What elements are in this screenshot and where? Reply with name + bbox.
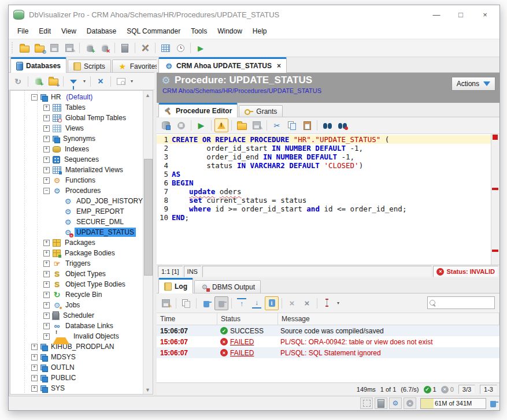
expand-toggle-icon[interactable]: + [43,323,50,329]
code-line-5[interactable]: 5AS [157,170,491,179]
folder-gear-icon[interactable] [32,41,46,55]
expand-toggle-icon[interactable]: + [43,292,50,298]
expand-toggle-icon[interactable]: + [43,146,50,153]
copy-gray-icon[interactable] [179,296,193,310]
top-arrow-icon[interactable] [235,296,249,310]
tree-item-mdsys[interactable]: +MDSYS [10,352,143,362]
tree-item-object-types[interactable]: +Object Types [10,269,143,279]
tree-item-database-links[interactable]: +Database Links [10,321,143,331]
tree-item-sequences[interactable]: +Sequences [10,154,143,165]
code-line-1[interactable]: 1CREATE OR REPLACE PROCEDURE "HR"."UPDAT… [157,135,491,144]
log-row-2[interactable]: 15:06:07×FAILEDPL/SQL: ORA-00942: table … [157,336,499,347]
tab-procedure-editor[interactable]: Procedure Editor [158,103,238,117]
save-as-icon[interactable] [250,118,264,132]
clock-icon[interactable] [173,41,187,55]
folder-open-icon[interactable] [235,118,249,132]
tree-item-outln[interactable]: +OUTLN [10,362,143,373]
expand-toggle-icon[interactable]: + [43,302,50,309]
tree-item-hr[interactable]: −HR(Default) [10,92,143,102]
stop-icon[interactable] [174,118,188,132]
code-line-7[interactable]: 7 update oders [157,187,491,196]
tree-item-materialized-views[interactable]: +Materialized Views [10,165,143,175]
memory-gauge[interactable]: 61M of 341M [420,398,486,409]
tasks-button[interactable] [389,397,402,409]
tree-item-procedures[interactable]: −Procedures [10,185,143,196]
tab-log[interactable]: Log [158,278,193,293]
toolbar-grip[interactable] [11,42,14,54]
expand-toggle-icon[interactable]: + [43,105,50,111]
collapse-all-icon[interactable] [94,75,108,88]
grid-icon[interactable] [158,41,172,55]
expand-toggle-icon[interactable]: + [31,344,38,350]
collapse-icon[interactable] [300,296,314,310]
folder-add-icon[interactable] [46,75,60,88]
expand-toggle-icon[interactable]: + [31,375,38,381]
expand-toggle-icon[interactable]: + [43,167,50,173]
expand-icon[interactable] [285,296,299,310]
menu-help[interactable]: Help [247,25,272,38]
error-line-marker[interactable] [492,188,498,190]
run-arrow-icon[interactable] [194,41,208,55]
tree-item-scheduler[interactable]: +Scheduler [10,310,143,321]
scroll-up-icon[interactable]: ▲ [143,91,152,99]
stop-tasks-button[interactable]: × [404,397,416,409]
scroll-thumb[interactable] [144,159,153,276]
maximize-button[interactable]: □ [451,8,471,21]
tree-item-invalid-objects[interactable]: +Invalid Objects [10,331,143,341]
code-line-2[interactable]: 2 order_id_start IN NUMBER DEFAULT -1, [157,144,491,153]
trash-gray-icon[interactable] [214,296,228,310]
bottom-arrow-icon[interactable] [250,296,264,310]
expand-toggle-icon[interactable]: + [43,136,50,142]
save-db-icon[interactable] [159,118,173,132]
info-icon[interactable] [265,296,279,310]
gc-trash-icon[interactable] [490,401,496,407]
expand-toggle-icon[interactable]: + [43,271,50,277]
layout-button[interactable] [360,397,373,409]
close-button[interactable]: × [475,8,495,21]
cut-icon[interactable] [270,118,284,132]
play-icon[interactable] [194,118,208,132]
preview-icon[interactable] [114,75,128,88]
minimize-button[interactable]: — [427,8,446,21]
disconnect-icon[interactable] [98,41,112,55]
tab-dbms-output[interactable]: DBMS Output [194,280,261,293]
code-line-4[interactable]: 4 status IN VARCHAR2 DEFAULT 'CLOSED') [157,161,491,170]
expand-toggle-icon[interactable]: + [43,250,50,257]
expand-toggle-icon[interactable]: + [43,125,50,132]
save-icon[interactable] [47,41,61,55]
expand-toggle-icon[interactable]: + [43,313,50,319]
save-as-icon[interactable] [62,41,76,55]
expand-toggle-icon[interactable]: + [43,261,50,267]
tab-scripts[interactable]: Scripts [68,60,111,72]
code-area[interactable]: 1CREATE OR REPLACE PROCEDURE "HR"."UPDAT… [157,134,491,265]
error-overview-marker[interactable] [493,135,498,140]
expand-toggle-icon[interactable]: + [31,385,38,392]
menu-window[interactable]: Window [212,25,247,38]
expand-toggle-icon[interactable]: + [43,115,50,121]
tab-crm-ahoa-update-status[interactable]: CRM Ahoa UPDATE_STATUS × [158,57,287,73]
trash-blue-icon[interactable] [199,296,213,310]
tree-item-jobs[interactable]: +Jobs [10,300,143,310]
refresh-icon[interactable] [11,75,25,88]
filter-icon[interactable] [66,75,80,88]
tree-item-update-status[interactable]: UPDATE_STATUS [10,227,143,237]
tree-item-public[interactable]: +PUBLIC [10,373,143,383]
expand-toggle-icon[interactable]: + [43,281,50,288]
tree-item-emp-report[interactable]: EMP_REPORT [10,206,143,217]
log-row-1[interactable]: 15:06:07✓SUCCESSSource code was compiled… [157,325,499,336]
export-icon[interactable] [159,296,173,310]
error-line-marker-2[interactable] [492,250,498,252]
code-line-3[interactable]: 3 order_id_end IN NUMBER DEFAULT -1, [157,153,491,161]
actions-button[interactable]: Actions [452,77,495,91]
error-stripe[interactable] [491,134,499,265]
tree-item-packages[interactable]: +Packages [10,237,143,248]
code-line-10[interactable]: 10END; [157,213,491,222]
tab-close-icon[interactable]: × [277,62,281,70]
tree-item-views[interactable]: +Views [10,123,143,133]
expand-toggle-icon[interactable]: + [43,240,50,246]
dropdown-caret-icon[interactable]: ▾ [337,300,339,306]
tree-item-object-type-bodies[interactable]: +Object Type Bodies [10,279,143,289]
tree-item-tables[interactable]: +Tables [10,102,143,113]
tree-item-recycle-bin[interactable]: +Recycle Bin [10,289,143,300]
tree-item-synonyms[interactable]: +Synonyms [10,133,143,144]
